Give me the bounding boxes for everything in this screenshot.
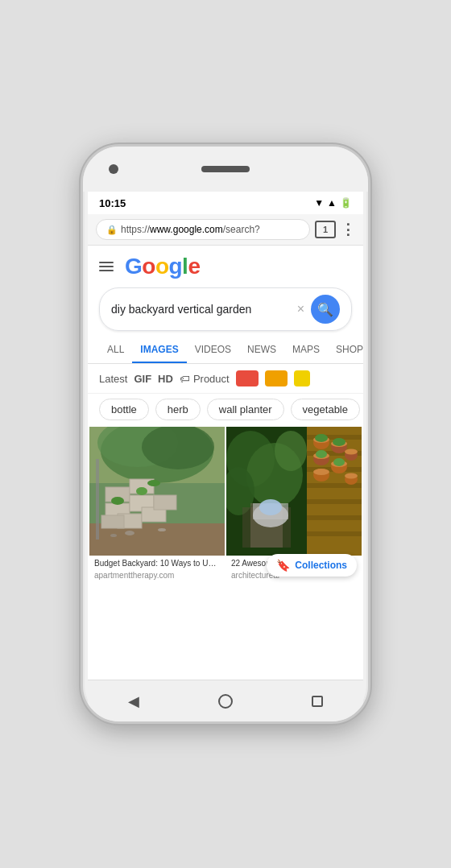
- svg-rect-27: [307, 499, 362, 504]
- svg-point-41: [345, 449, 358, 455]
- google-logo-g2: g: [169, 254, 183, 279]
- collections-icon: 🔖: [276, 559, 290, 572]
- collections-button[interactable]: 🔖 Collections: [267, 554, 357, 577]
- phone-frame: 10:15 ▼ ▲ 🔋 🔒 https://www.google.com/sea…: [81, 144, 370, 724]
- search-clear-button[interactable]: ×: [297, 302, 304, 316]
- search-icon: 🔍: [317, 302, 333, 317]
- svg-point-18: [158, 528, 166, 531]
- google-logo: Google: [125, 254, 200, 279]
- google-logo-o1: o: [142, 254, 155, 279]
- url-protocol: https://: [121, 224, 150, 235]
- google-content: Google diy backyard vertical garden × 🔍 …: [88, 246, 363, 680]
- tab-images[interactable]: IMAGES: [132, 337, 186, 363]
- image-card-1[interactable]: Budget Backyard: 10 Ways to Use ... apar…: [89, 427, 225, 583]
- back-icon: ◀: [128, 692, 139, 710]
- back-button[interactable]: ◀: [119, 687, 148, 716]
- wifi-icon: ▼: [314, 197, 324, 209]
- svg-rect-20: [96, 459, 99, 539]
- svg-point-17: [125, 531, 134, 535]
- chip-vegetable[interactable]: vegetable: [291, 399, 360, 420]
- product-tag-icon: 🏷: [180, 373, 190, 385]
- color-swatch-yellow[interactable]: [294, 370, 310, 386]
- svg-point-16: [147, 480, 160, 486]
- svg-point-43: [345, 473, 358, 479]
- search-submit-button[interactable]: 🔍: [311, 295, 340, 324]
- recents-icon: [312, 696, 323, 707]
- svg-point-47: [333, 458, 345, 466]
- google-header: Google: [88, 246, 363, 284]
- browser-bar: 🔒 https://www.google.com/search? 1 ⋮: [88, 214, 363, 246]
- svg-point-57: [259, 499, 282, 515]
- recents-button[interactable]: [303, 687, 332, 716]
- camera: [109, 164, 118, 174]
- chip-bottle[interactable]: bottle: [99, 399, 149, 420]
- tab-count-button[interactable]: 1: [315, 221, 336, 238]
- svg-point-19: [110, 534, 117, 537]
- svg-point-15: [136, 487, 147, 495]
- status-icons: ▼ ▲ 🔋: [314, 197, 352, 209]
- search-query: diy backyard vertical garden: [111, 303, 291, 316]
- tab-maps[interactable]: MAPS: [284, 337, 328, 363]
- image-grid: Budget Backyard: 10 Ways to Use ... apar…: [88, 425, 363, 585]
- image-2: [226, 427, 362, 556]
- phone-bottom-bar: ◀: [88, 680, 363, 721]
- image-1: [89, 427, 225, 556]
- speaker: [201, 166, 250, 172]
- image-card-2[interactable]: 22 Awesome architecturear 🔖 Collections: [226, 427, 362, 583]
- google-logo-o2: o: [155, 254, 169, 279]
- lock-icon: 🔒: [106, 225, 118, 235]
- keyword-chips: bottle herb wall planter vegetable indoc: [88, 394, 363, 425]
- url-text: https://www.google.com/search?: [121, 224, 260, 235]
- svg-rect-28: [307, 515, 362, 520]
- svg-rect-29: [307, 531, 362, 536]
- svg-point-14: [111, 497, 124, 505]
- chip-herb[interactable]: herb: [155, 399, 201, 420]
- color-swatch-orange[interactable]: [265, 370, 288, 386]
- svg-rect-12: [154, 495, 176, 510]
- svg-rect-13: [101, 515, 124, 528]
- status-time: 10:15: [99, 197, 126, 209]
- filter-product: Product: [193, 373, 230, 385]
- tab-shopping[interactable]: SHOPP...: [328, 337, 363, 363]
- filter-gif[interactable]: GIF: [134, 373, 151, 385]
- svg-point-44: [315, 434, 328, 442]
- tab-videos[interactable]: VIDEOS: [187, 337, 239, 363]
- image-source-1: apartmenttherapy.com: [89, 571, 225, 583]
- svg-point-35: [313, 469, 329, 475]
- more-menu-button[interactable]: ⋮: [341, 221, 355, 238]
- filter-bar: Latest GIF HD 🏷 Product: [88, 364, 363, 394]
- filter-hd[interactable]: HD: [158, 373, 173, 385]
- battery-icon: 🔋: [340, 197, 352, 209]
- image-caption-1: Budget Backyard: 10 Ways to Use ...: [89, 556, 225, 571]
- signal-icon: ▲: [327, 197, 337, 209]
- chip-wall-planter[interactable]: wall planter: [207, 399, 284, 420]
- search-tabs: ALL IMAGES VIDEOS NEWS MAPS SHOPP...: [88, 337, 363, 364]
- home-icon: [218, 694, 233, 709]
- url-domain: www.google.com: [150, 224, 223, 235]
- filter-product-container[interactable]: 🏷 Product: [180, 373, 230, 385]
- tab-all[interactable]: ALL: [99, 337, 132, 363]
- svg-point-52: [275, 431, 307, 471]
- hamburger-menu[interactable]: [99, 262, 114, 271]
- phone-top-bar: [83, 147, 368, 192]
- color-swatch-red[interactable]: [236, 370, 259, 386]
- status-bar: 10:15 ▼ ▲ 🔋: [88, 192, 363, 214]
- filter-latest[interactable]: Latest: [99, 373, 127, 385]
- url-bar[interactable]: 🔒 https://www.google.com/search?: [96, 219, 310, 240]
- svg-point-45: [316, 450, 327, 458]
- svg-point-46: [333, 438, 345, 446]
- google-logo-e: e: [188, 254, 200, 279]
- search-box[interactable]: diy backyard vertical garden × 🔍: [99, 287, 352, 331]
- google-logo-g: G: [125, 254, 142, 279]
- phone-screen: 10:15 ▼ ▲ 🔋 🔒 https://www.google.com/sea…: [88, 192, 363, 680]
- tab-news[interactable]: NEWS: [239, 337, 284, 363]
- collections-label: Collections: [295, 560, 347, 571]
- home-button[interactable]: [211, 687, 240, 716]
- url-path: /search?: [223, 224, 260, 235]
